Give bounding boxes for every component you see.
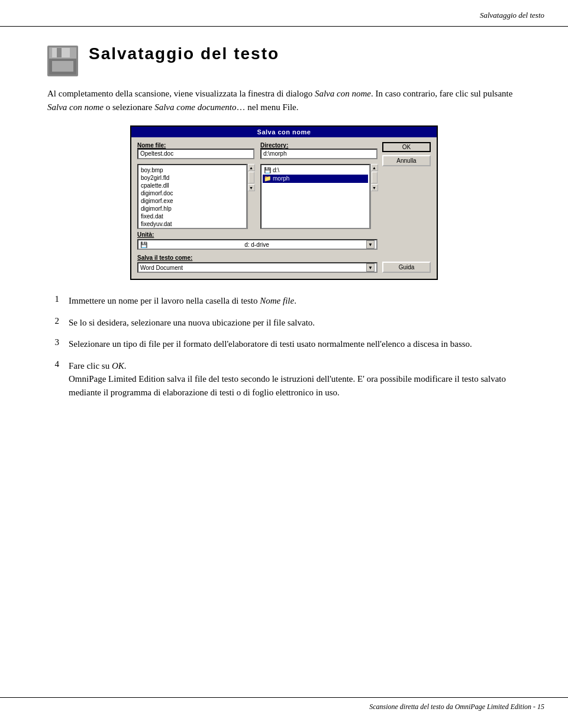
filename-input[interactable]: Opeltest.doc: [137, 149, 254, 159]
header-title: Salvataggio del testo: [480, 11, 544, 20]
unit-value: d: d-drive: [244, 241, 269, 248]
unit-label: Unità:: [137, 231, 377, 238]
dialog-container: Salva con nome Nome file: Opeltest.doc: [130, 125, 438, 280]
scroll-down-arrow[interactable]: ▼: [248, 184, 255, 191]
page-header: Salvataggio del testo: [0, 0, 568, 27]
file-list-wrapper: boy.bmp boy2girl.fld cpalette.dll digimo…: [137, 164, 254, 229]
dir-listbox[interactable]: 💾d:\ 📁morph: [260, 164, 370, 229]
intro-italic-1: Salva con nome: [315, 89, 371, 98]
dialog-titlebar: Salva con nome: [131, 127, 437, 137]
file-item-9: girl.bmp: [140, 228, 245, 229]
intro-italic-3: Salva come documento: [154, 102, 236, 112]
step-number-4: 4: [47, 359, 59, 369]
svg-rect-5: [52, 61, 73, 72]
unit-dropdown-arrow[interactable]: ▼: [366, 240, 375, 249]
step-1: 1 Immettere un nome per il lavoro nella …: [47, 294, 521, 308]
svg-rect-3: [57, 48, 62, 57]
filename-section: Nome file: Opeltest.doc: [137, 142, 254, 159]
step-text-4: Fare clic su OK. OmniPage Limited Editio…: [69, 359, 521, 400]
intro-paragraph: Al completamento della scansione, viene …: [47, 87, 521, 114]
page-content: Salvataggio del testo Al completamento d…: [0, 27, 568, 443]
dialog-title: Salva con nome: [257, 128, 311, 136]
title-row: Salvataggio del testo: [47, 44, 521, 76]
save-as-section: Salva il testo come: Word Document ▼: [137, 255, 377, 273]
filename-label: Nome file:: [137, 142, 254, 149]
numbered-list: 1 Immettere un nome per il lavoro nella …: [47, 294, 521, 399]
scroll-thumb[interactable]: [248, 172, 254, 183]
dialog-box: Salva con nome Nome file: Opeltest.doc: [130, 125, 438, 280]
step-text-2: Se lo si desidera, selezionare una nuova…: [69, 316, 521, 330]
file-item-3: cpalette.dll: [140, 182, 245, 189]
file-item-4: digimorf.doc: [140, 189, 245, 197]
unit-icon: 💾: [140, 241, 147, 248]
dir-folder-icon: 📁: [264, 175, 271, 182]
step-4: 4 Fare clic su OK. OmniPage Limited Edit…: [47, 359, 521, 400]
dir-scroll-down[interactable]: ▼: [371, 184, 378, 191]
file-item-7: fixed.dat: [140, 212, 245, 220]
top-sections: Nome file: Opeltest.doc Directory: d:\mo…: [137, 142, 377, 159]
step-number-3: 3: [47, 337, 59, 347]
dir-item-root: 💾d:\: [263, 166, 368, 175]
ok-button[interactable]: OK: [382, 142, 431, 152]
step-1-italic: Nome file: [260, 296, 294, 305]
dir-item-morph: 📁morph: [263, 175, 368, 183]
file-list-section: boy.bmp boy2girl.fld cpalette.dll digimo…: [137, 164, 254, 229]
dialog-left: Nome file: Opeltest.doc Directory: d:\mo…: [137, 142, 377, 273]
dir-list-section: 💾d:\ 📁morph ▲ ▼: [260, 164, 377, 229]
file-item-5: digimorf.exe: [140, 197, 245, 205]
directory-label: Directory:: [260, 142, 377, 149]
unit-dropdown[interactable]: 💾 d: d-drive ▼: [137, 239, 377, 250]
dir-list-wrapper: 💾d:\ 📁morph ▲ ▼: [260, 164, 377, 229]
footer-text: Scansione diretta del testo da OmniPage …: [369, 703, 544, 711]
unit-section: Unità: 💾 d: d-drive ▼: [137, 231, 377, 250]
dir-drive-icon: 💾: [264, 167, 271, 173]
step-2: 2 Se lo si desidera, selezionare una nuo…: [47, 316, 521, 330]
scroll-up-arrow[interactable]: ▲: [248, 164, 255, 171]
dir-scroll-thumb[interactable]: [372, 172, 377, 183]
step-3: 3 Selezionare un tipo di file per il for…: [47, 337, 521, 351]
lists-row: boy.bmp boy2girl.fld cpalette.dll digimo…: [137, 164, 377, 229]
save-as-label: Salva il testo come:: [137, 255, 377, 261]
step-number-2: 2: [47, 316, 59, 326]
save-as-dropdown-arrow[interactable]: ▼: [366, 263, 375, 272]
floppy-icon: [47, 46, 78, 76]
dir-list-scrollbar[interactable]: ▲ ▼: [370, 164, 377, 229]
help-button[interactable]: Guida: [382, 262, 431, 273]
directory-section: Directory: d:\morph: [260, 142, 377, 159]
save-as-value: Word Document: [140, 265, 183, 271]
dialog-body: Nome file: Opeltest.doc Directory: d:\mo…: [131, 137, 437, 279]
page-title: Salvataggio del testo: [89, 44, 279, 63]
file-item-6: digimorf.hlp: [140, 205, 245, 212]
file-item-1: boy.bmp: [140, 166, 245, 174]
intro-italic-2: Salva con nome: [47, 102, 104, 112]
step-text-3: Selezionare un tipo di file per il forma…: [69, 337, 521, 351]
cancel-button[interactable]: Annulla: [382, 155, 431, 166]
file-list-scrollbar[interactable]: ▲ ▼: [247, 164, 254, 229]
step-text-1: Immettere un nome per il lavoro nella ca…: [69, 294, 521, 308]
step-number-1: 1: [47, 294, 59, 304]
save-as-dropdown[interactable]: Word Document ▼: [137, 262, 377, 273]
directory-input[interactable]: d:\morph: [260, 149, 377, 159]
title-area: Salvataggio del testo: [89, 44, 279, 72]
dir-scroll-up[interactable]: ▲: [371, 164, 378, 171]
page-footer: Scansione diretta del testo da OmniPage …: [0, 697, 568, 716]
step-4-italic: OK: [112, 361, 124, 371]
file-item-8: fixedyuv.dat: [140, 220, 245, 228]
file-item-2: boy2girl.fld: [140, 174, 245, 182]
file-listbox[interactable]: boy.bmp boy2girl.fld cpalette.dll digimo…: [137, 164, 247, 229]
dialog-buttons: OK Annulla Guida: [382, 142, 431, 273]
